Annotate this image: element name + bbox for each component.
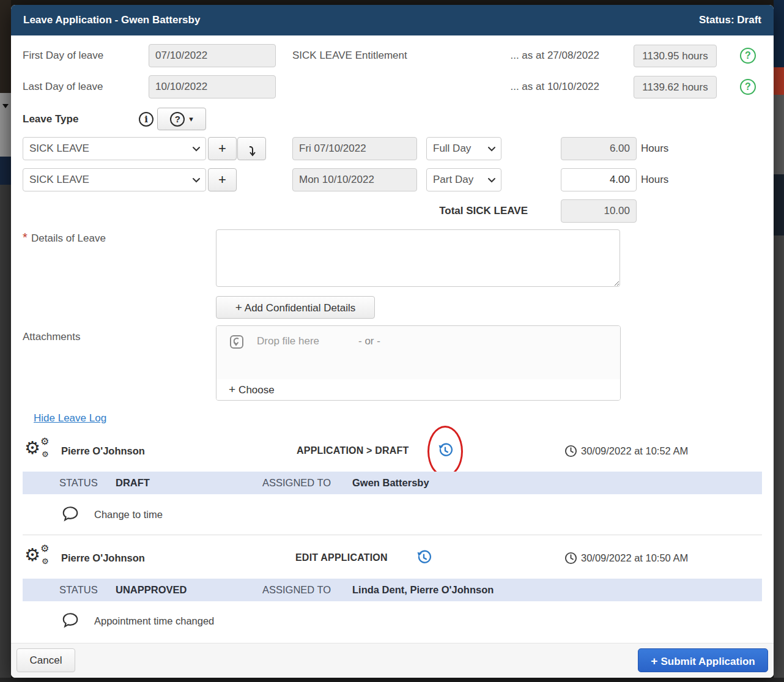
attachments-label: Attachments (23, 325, 81, 349)
status-key: STATUS (59, 579, 98, 601)
clock-icon (564, 445, 577, 458)
plus-icon: + (651, 654, 657, 667)
leave-date-input-2[interactable] (292, 168, 417, 191)
page-background-right-dark (774, 174, 784, 235)
day-type-select-1[interactable]: Full Day (426, 137, 501, 160)
log-entry-timestamp: 30/09/2022 at 10:52 AM (581, 443, 688, 459)
hours-label-1: Hours (641, 137, 668, 160)
add-leave-row-button-1[interactable]: + (208, 137, 237, 160)
leave-application-dialog: Leave Application - Gwen Battersby Statu… (11, 5, 774, 678)
total-hours-input[interactable] (561, 199, 637, 223)
comment-bubble-icon (61, 505, 80, 523)
drop-file-text: Drop file here (257, 332, 319, 350)
file-dropzone[interactable]: Drop file here - or - +Choose (216, 325, 621, 401)
leave-date-input-1[interactable] (292, 137, 417, 160)
or-text: - or - (358, 332, 380, 350)
add-confidential-label: Add Confidential Details (245, 302, 355, 314)
gears-icon: ⚙ ⚙ ⚙ (24, 438, 54, 465)
entitlement-value-1: 1130.95 hours (634, 45, 717, 67)
drop-file-icon (229, 334, 245, 350)
assigned-value: Linda Dent, Pierre O'Johnson (352, 579, 494, 601)
gear-large-icon: ⚙ (24, 546, 40, 564)
add-leave-row-button-2[interactable]: + (208, 168, 237, 191)
gear-tiny-icon: ⚙ (42, 450, 49, 458)
log-entry-action: EDIT APPLICATION (295, 550, 388, 566)
details-label: Details of Leave (31, 229, 106, 248)
page-background-left-grey (0, 185, 11, 682)
status-key: STATUS (59, 472, 98, 494)
assigned-value: Gwen Battersby (352, 472, 429, 494)
hide-leave-log-link[interactable]: Hide Leave Log (34, 412, 106, 424)
gear-large-icon: ⚙ (24, 439, 40, 457)
history-icon[interactable] (416, 550, 432, 566)
leave-type-select-1-value: SICK LEAVE (29, 143, 89, 154)
log-entry-comment: Appointment time changed (94, 612, 214, 630)
assigned-key: ASSIGNED TO (262, 579, 331, 601)
submit-label: Submit Application (660, 656, 755, 667)
leave-type-help-button[interactable]: ?▾ (157, 108, 206, 130)
submit-application-button[interactable]: +Submit Application (638, 648, 768, 672)
page-background-right-lower (774, 235, 784, 682)
clock-icon (564, 552, 577, 565)
history-icon[interactable] (437, 443, 453, 459)
leave-type-label: Leave Type (23, 108, 78, 131)
plus-icon: + (229, 383, 235, 396)
status-badge: Status: Draft (699, 5, 761, 35)
log-status-row: STATUS UNAPPROVED ASSIGNED TO Linda Dent… (23, 579, 762, 601)
leave-type-select-1[interactable]: SICK LEAVE (23, 137, 206, 160)
assigned-key: ASSIGNED TO (262, 472, 331, 494)
page-background-right-navy (774, 0, 784, 67)
day-type-select-2-value: Part Day (433, 174, 473, 185)
fill-down-button[interactable] (237, 137, 266, 160)
chevron-down-icon (192, 146, 201, 152)
drop-area[interactable]: Drop file here - or - (216, 326, 620, 379)
hours-input-2[interactable] (561, 168, 637, 191)
required-asterisk: * (23, 229, 28, 245)
info-icon[interactable]: i (139, 112, 153, 127)
status-value: DRAFT (116, 472, 150, 494)
gear-tiny-icon: ⚙ (42, 557, 49, 565)
page-background-left-photo (0, 0, 11, 93)
entitlement-label: SICK LEAVE Entitlement (292, 44, 407, 67)
divider (23, 535, 762, 535)
comment-bubble-icon (61, 611, 80, 629)
dialog-title: Leave Application - Gwen Battersby (23, 5, 200, 35)
add-confidential-button[interactable]: +Add Confidential Details (216, 296, 375, 319)
log-status-row: STATUS DRAFT ASSIGNED TO Gwen Battersby (23, 472, 762, 494)
as-at-date-2: ... as at 10/10/2022 (464, 75, 599, 98)
chevron-down-icon: ▾ (189, 109, 193, 129)
log-entry-user: Pierre O'Johnson (61, 443, 145, 459)
page-background-left-navy (0, 157, 11, 185)
question-circle-icon: ? (170, 112, 185, 127)
choose-file-button[interactable]: +Choose (216, 379, 620, 401)
entitlement-help-icon-2[interactable]: ? (740, 79, 756, 95)
entitlement-help-icon-1[interactable]: ? (740, 48, 756, 64)
chevron-down-icon (192, 177, 201, 183)
details-textarea[interactable] (216, 229, 620, 287)
page-background-left-scrollbar[interactable] (0, 93, 11, 157)
cancel-button[interactable]: Cancel (17, 648, 75, 672)
first-day-input[interactable] (149, 44, 276, 67)
gears-icon: ⚙ ⚙ ⚙ (24, 545, 54, 572)
dialog-header: Leave Application - Gwen Battersby Statu… (11, 5, 774, 35)
total-label: Total SICK LEAVE (378, 199, 528, 223)
log-entry-comment: Change to time (94, 505, 163, 524)
as-at-date-1: ... as at 27/08/2022 (464, 44, 599, 67)
hours-input-1[interactable] (561, 137, 637, 160)
first-day-label: First Day of leave (23, 44, 103, 67)
leave-type-select-2[interactable]: SICK LEAVE (23, 168, 206, 191)
gear-small-icon: ⚙ (40, 544, 49, 554)
last-day-label: Last Day of leave (23, 75, 103, 98)
chevron-down-icon (487, 146, 496, 152)
scrollbar-arrow-icon[interactable] (2, 104, 9, 108)
page-background-right-grey (774, 95, 784, 174)
log-entry-action: APPLICATION > DRAFT (297, 443, 409, 459)
log-entry-user: Pierre O'Johnson (61, 550, 145, 566)
entitlement-value-2: 1139.62 hours (634, 76, 717, 98)
last-day-input[interactable] (149, 75, 276, 98)
day-type-select-2[interactable]: Part Day (426, 168, 501, 191)
choose-label: Choose (239, 384, 275, 396)
dialog-footer: Cancel +Submit Application (11, 643, 774, 678)
page-background-right-orange (774, 67, 784, 95)
leave-type-select-2-value: SICK LEAVE (29, 174, 89, 185)
